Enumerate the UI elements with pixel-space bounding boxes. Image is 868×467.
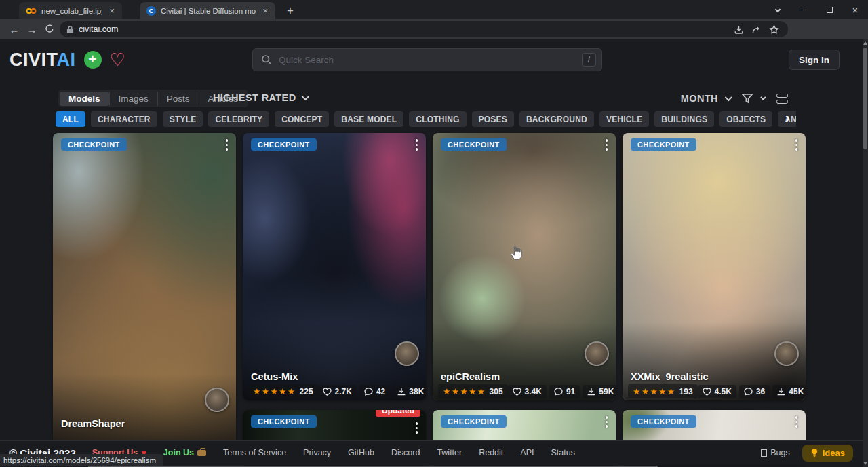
- creator-avatar[interactable]: [395, 341, 419, 366]
- downloads-pill: 45K: [772, 385, 806, 398]
- comments-pill: 91: [549, 385, 580, 398]
- back-icon[interactable]: ←: [5, 24, 23, 35]
- card-menu-icon[interactable]: [414, 421, 420, 435]
- bookmark-star-icon[interactable]: [765, 24, 783, 35]
- chip-poses[interactable]: POSES: [472, 111, 514, 127]
- downloads-pill: 38K: [393, 385, 426, 398]
- model-card-dreamshaper[interactable]: CHECKPOINT DreamShaper: [53, 133, 236, 452]
- tab-close-icon[interactable]: ×: [260, 5, 270, 16]
- model-type-badge: CHECKPOINT: [441, 138, 507, 151]
- card-menu-icon[interactable]: [794, 138, 800, 152]
- card-menu-icon[interactable]: [414, 138, 420, 152]
- url-text[interactable]: civitai.com: [79, 24, 730, 34]
- create-plus-button[interactable]: +: [84, 51, 102, 69]
- comment-icon: [744, 388, 753, 396]
- download-icon[interactable]: [730, 24, 747, 35]
- footer-link-github[interactable]: GitHub: [348, 448, 374, 457]
- star-icons: ★★★★★: [253, 386, 296, 396]
- model-card-epicrealism[interactable]: CHECKPOINT epiCRealism ★★★★★305 3.4K 91 …: [433, 133, 616, 400]
- model-title[interactable]: DreamShaper: [61, 418, 125, 429]
- minimize-button[interactable]: −: [791, 0, 816, 19]
- tab-search-icon[interactable]: [765, 0, 791, 19]
- heart-icon[interactable]: ♡: [110, 51, 125, 69]
- footer-link-join-us[interactable]: Join Us: [163, 448, 206, 457]
- scrollbar-thumb[interactable]: [863, 48, 867, 149]
- card-stats: ★★★★★305 3.4K 91 59K: [438, 384, 610, 398]
- footer-link-reddit[interactable]: Reddit: [479, 448, 503, 457]
- chip-concept[interactable]: CONCEPT: [275, 111, 329, 127]
- ideas-button[interactable]: Ideas: [802, 445, 853, 462]
- sign-in-button[interactable]: Sign In: [789, 50, 840, 70]
- tab-models[interactable]: Models: [60, 92, 109, 106]
- model-title[interactable]: Cetus-Mix: [251, 371, 298, 382]
- civitai-logo[interactable]: CIVITAI: [9, 50, 76, 71]
- filter-funnel-icon[interactable]: [741, 92, 753, 105]
- card-menu-icon[interactable]: [794, 415, 800, 429]
- browser-toolbar: ← → civitai.com: [0, 19, 868, 39]
- chip-background[interactable]: BACKGROUND: [519, 111, 594, 127]
- chip-character[interactable]: CHARACTER: [91, 111, 157, 127]
- vertical-scrollbar[interactable]: [863, 39, 868, 467]
- chip-base-model[interactable]: BASE MODEL: [334, 111, 403, 127]
- mouse-cursor-hand: [509, 244, 524, 262]
- browser-tab-bar: new_colab_file.ipynb - Colaborat × C Civ…: [0, 0, 868, 19]
- chip-all[interactable]: ALL: [56, 111, 85, 127]
- download-icon: [397, 388, 406, 396]
- new-tab-button[interactable]: +: [282, 3, 298, 19]
- search-shortcut-key: /: [582, 53, 596, 67]
- forward-icon[interactable]: →: [23, 24, 41, 35]
- card-stats: ★★★★★193 4.5K 36 45K: [628, 384, 800, 398]
- footer-link-privacy[interactable]: Privacy: [303, 448, 331, 457]
- search-input[interactable]: [279, 55, 582, 65]
- tab-colab[interactable]: new_colab_file.ipynb - Colaborat ×: [19, 2, 122, 19]
- address-bar[interactable]: civitai.com: [60, 21, 788, 37]
- creator-avatar[interactable]: [585, 341, 609, 366]
- chip-buildings[interactable]: BUILDINGS: [654, 111, 714, 127]
- model-type-badge: CHECKPOINT: [251, 138, 317, 151]
- close-window-button[interactable]: ×: [842, 0, 868, 19]
- period-dropdown[interactable]: MONTH: [681, 93, 718, 104]
- category-chips: ALL CHARACTER STYLE CELEBRITY CONCEPT BA…: [56, 111, 796, 128]
- tab-images[interactable]: Images: [109, 92, 157, 106]
- search-bar[interactable]: /: [252, 48, 602, 71]
- footer-link-discord[interactable]: Discord: [391, 448, 420, 457]
- scroll-down-icon[interactable]: [863, 462, 867, 465]
- model-card-xxmix9realistic[interactable]: CHECKPOINT XXMix_9realistic ★★★★★193 4.5…: [623, 133, 806, 400]
- reload-icon[interactable]: [41, 24, 58, 35]
- comments-pill: 42: [359, 385, 390, 398]
- tab-civitai[interactable]: C Civitai | Stable Diffusion models, ×: [140, 2, 275, 19]
- model-card-cetus-mix[interactable]: CHECKPOINT Cetus-Mix ★★★★★225 2.7K 42 38…: [243, 133, 426, 400]
- downloads-pill: 59K: [583, 385, 616, 398]
- model-title[interactable]: epiCRealism: [441, 371, 500, 382]
- footer-link-twitter[interactable]: Twitter: [437, 448, 462, 457]
- lock-icon: [66, 25, 74, 34]
- tab-posts[interactable]: Posts: [157, 92, 199, 106]
- card-menu-icon[interactable]: [604, 415, 610, 429]
- card-menu-icon[interactable]: [224, 138, 230, 152]
- chip-vehicle[interactable]: VEHICLE: [599, 111, 649, 127]
- chips-scroll-right-icon[interactable]: ›: [785, 110, 790, 126]
- footer-link-status[interactable]: Status: [551, 448, 574, 457]
- scroll-up-icon[interactable]: [863, 41, 867, 45]
- layout-toggle-icon[interactable]: [776, 94, 788, 104]
- creator-avatar[interactable]: [205, 388, 229, 412]
- chip-celebrity[interactable]: CELEBRITY: [208, 111, 269, 127]
- bugs-button[interactable]: Bugs: [761, 448, 790, 457]
- model-title[interactable]: XXMix_9realistic: [631, 371, 708, 382]
- tab-close-icon[interactable]: ×: [107, 5, 117, 16]
- creator-avatar[interactable]: [774, 341, 799, 366]
- chip-clothing[interactable]: CLOTHING: [409, 111, 466, 127]
- briefcase-icon: [197, 450, 206, 456]
- rating-pill: ★★★★★225: [248, 384, 318, 398]
- sort-dropdown[interactable]: HIGHEST RATED: [213, 92, 307, 103]
- chip-style[interactable]: STYLE: [163, 111, 203, 127]
- footer-link-api[interactable]: API: [520, 448, 534, 457]
- card-menu-icon[interactable]: [604, 138, 610, 152]
- restore-button[interactable]: [816, 0, 842, 19]
- heart-icon: [323, 388, 332, 396]
- footer-link-terms[interactable]: Terms of Service: [223, 448, 286, 457]
- share-icon[interactable]: [747, 24, 765, 35]
- download-icon: [587, 388, 595, 396]
- chip-objects[interactable]: OBJECTS: [719, 111, 772, 127]
- filter-row: Models Images Posts Articles HIGHEST RAT…: [0, 88, 863, 109]
